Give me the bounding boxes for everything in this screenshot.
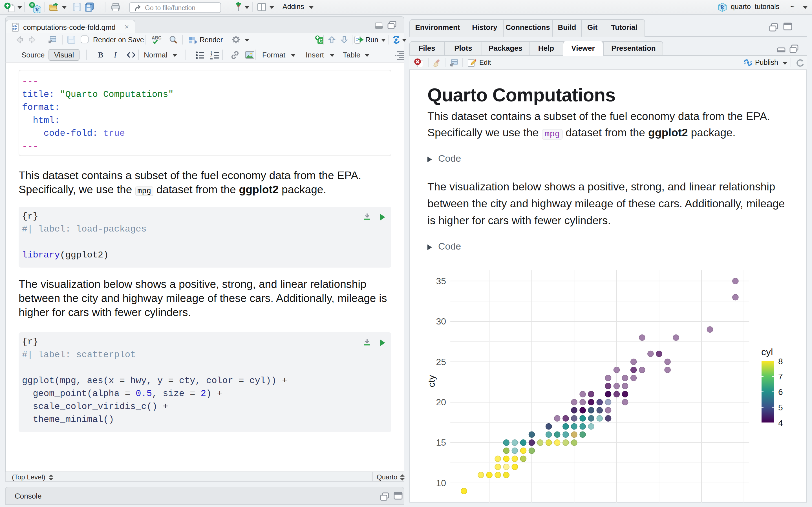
svg-text:ABC: ABC bbox=[152, 36, 161, 40]
svg-text:2: 2 bbox=[210, 54, 212, 58]
svg-text:35: 35 bbox=[436, 276, 446, 286]
svg-text:B: B bbox=[98, 50, 103, 59]
svg-text:6: 6 bbox=[778, 387, 783, 396]
svg-text:I: I bbox=[114, 50, 117, 59]
svg-text:20: 20 bbox=[436, 397, 446, 407]
svg-text:cty: cty bbox=[426, 375, 437, 387]
svg-text:5: 5 bbox=[778, 402, 783, 412]
svg-text:7: 7 bbox=[778, 372, 783, 381]
svg-text:cyl: cyl bbox=[761, 346, 773, 357]
svg-text:R: R bbox=[36, 7, 40, 12]
svg-text:4: 4 bbox=[778, 418, 783, 427]
svg-text:10: 10 bbox=[436, 478, 446, 488]
svg-text:30: 30 bbox=[436, 316, 446, 326]
svg-text:8: 8 bbox=[778, 356, 783, 365]
svg-text:15: 15 bbox=[436, 437, 446, 447]
svg-text:R: R bbox=[721, 4, 725, 10]
svg-text:25: 25 bbox=[436, 356, 446, 367]
